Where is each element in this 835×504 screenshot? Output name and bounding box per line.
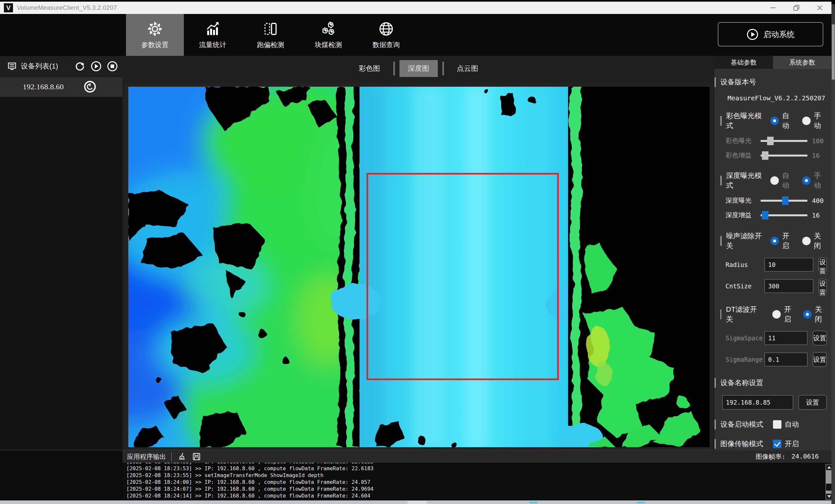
- window-scrollbar[interactable]: [831, 0, 835, 504]
- sigmaspace-field-row: SigmaSpace 设置: [726, 330, 827, 345]
- color-exposure-manual-radio[interactable]: [802, 117, 811, 125]
- save-log-button[interactable]: [191, 452, 202, 461]
- color-exposure-mode-row: 彩色曝光模式 自动 手动: [720, 111, 827, 130]
- device-power-button[interactable]: [83, 80, 97, 93]
- panel-tabs: 基础参数 系统参数: [714, 56, 831, 69]
- restore-button[interactable]: [785, 2, 808, 14]
- depth-image: [128, 87, 710, 447]
- frame-rate-label: 图像帧率:: [756, 452, 786, 461]
- toolbar-item-data-query[interactable]: 数据查询: [357, 14, 415, 56]
- depth-exposure-slider[interactable]: [761, 197, 808, 205]
- device-list-header: 设备列表(1): [0, 56, 122, 77]
- dt-filter-on-label: 开启: [784, 305, 796, 324]
- depth-exposure-slider-row: 深度曝光 400: [726, 196, 827, 205]
- color-exposure-slider[interactable]: [761, 137, 808, 145]
- radius-field-row: Radius 设置: [726, 257, 827, 272]
- tab-basic-params[interactable]: 基础参数: [714, 56, 773, 69]
- slider-handle[interactable]: [762, 211, 769, 220]
- noise-filter-off-radio[interactable]: [802, 237, 811, 245]
- toolbar-item-parameter-settings[interactable]: 参数设置: [126, 14, 184, 56]
- sigmaspace-set-button[interactable]: 设置: [813, 330, 827, 345]
- transfer-mode-row: 图像传输模式 开启: [714, 439, 827, 449]
- dt-filter-on-radio[interactable]: [772, 310, 781, 319]
- main-toolbar: 参数设置 流量统计 跑偏检测: [0, 14, 835, 56]
- log-header: 应用程序输出: [122, 450, 835, 463]
- taskbar-sliver: [0, 500, 835, 504]
- cntsize-input[interactable]: [765, 279, 813, 293]
- close-button[interactable]: [808, 2, 831, 14]
- tab-system-params[interactable]: 系统参数: [773, 56, 831, 69]
- radius-set-button[interactable]: 设置: [818, 257, 827, 272]
- log-title: 应用程序输出: [127, 452, 166, 461]
- refresh-devices-button[interactable]: [74, 61, 85, 72]
- radius-input[interactable]: [765, 258, 813, 271]
- color-exposure-auto-radio[interactable]: [770, 117, 779, 125]
- start-system-label: 启动系统: [763, 29, 795, 40]
- tab-depth-image[interactable]: 深度图: [400, 60, 438, 77]
- device-name-set-button[interactable]: 设置: [798, 395, 827, 410]
- sigmarange-set-button[interactable]: 设置: [813, 352, 827, 367]
- start-mode-checkbox[interactable]: [773, 420, 781, 429]
- clear-log-button[interactable]: [177, 452, 187, 461]
- device-list-item[interactable]: 192.168.8.60: [0, 77, 122, 97]
- window-scrollbar-thumb[interactable]: [832, 24, 835, 80]
- dt-filter-off-radio[interactable]: [803, 310, 812, 319]
- color-gain-slider-row: 彩色增益 16: [726, 151, 827, 160]
- toolbar-item-deviation-detection[interactable]: 跑偏检测: [242, 14, 300, 56]
- device-name-input[interactable]: [722, 395, 793, 409]
- stop-device-button[interactable]: [107, 61, 118, 72]
- toolbar-item-lump-coal-detection[interactable]: 块煤检测: [300, 14, 357, 56]
- slider-handle[interactable]: [762, 151, 769, 160]
- log-line: [2025-02-08 18:23:55] >> setImageTransfe…: [126, 472, 825, 479]
- toolbar-item-label: 流量统计: [199, 40, 226, 49]
- coal-icon: [320, 21, 337, 37]
- sigmarange-input[interactable]: [765, 353, 808, 366]
- tab-color-image[interactable]: 彩色图: [350, 60, 389, 77]
- color-gain-slider[interactable]: [761, 151, 808, 160]
- log-line: [2025-02-08 18:24:14] >> IP: 192.168.8.6…: [126, 492, 825, 499]
- color-exposure-value: 100: [812, 137, 827, 145]
- color-gain-slider-label: 彩色增益: [726, 151, 756, 160]
- power-icon: [84, 81, 96, 93]
- log-output[interactable]: [2025-02-08 18:23:53] >> IP: 192.168.8.6…: [122, 463, 825, 501]
- depth-gain-slider-label: 深度增益: [726, 211, 756, 220]
- cntsize-set-button[interactable]: 设置: [818, 279, 827, 294]
- scrollbar-cap: [831, 0, 835, 4]
- noise-filter-off-label: 关闭: [814, 231, 827, 251]
- log-panel: 应用程序输出: [122, 450, 835, 501]
- content-area: 设备列表(1): [0, 56, 835, 450]
- device-list-actions: [74, 61, 118, 72]
- tab-point-cloud[interactable]: 点云图: [449, 60, 487, 77]
- noise-filter-on-radio[interactable]: [770, 237, 779, 245]
- minimize-button[interactable]: [761, 2, 785, 14]
- arrow-up-icon: [827, 466, 831, 469]
- cntsize-field-row: CntSize 设置: [726, 279, 827, 294]
- toolbar-item-flow-statistics[interactable]: 流量统计: [184, 14, 242, 56]
- depth-exposure-manual-radio[interactable]: [802, 176, 811, 185]
- depth-exposure-manual-label: 手动: [814, 171, 827, 190]
- gear-icon: [147, 21, 163, 37]
- color-exposure-manual-label: 手动: [814, 111, 827, 130]
- device-name-header: 设备名称设置: [714, 378, 831, 388]
- start-device-button[interactable]: [90, 61, 102, 72]
- slider-handle[interactable]: [782, 197, 789, 205]
- tab-separator: [442, 62, 444, 75]
- transfer-mode-checkbox[interactable]: [773, 440, 781, 448]
- device-name-row: 设置: [722, 395, 827, 410]
- taskbar-highlight: [408, 501, 427, 504]
- depth-exposure-mode-row: 深度曝光模式 自动 手动: [720, 171, 827, 190]
- taskbar-indicator: [636, 502, 645, 503]
- sigmarange-label: SigmaRange: [726, 356, 765, 363]
- depth-exposure-value: 400: [812, 197, 827, 205]
- arrow-down-icon: [827, 495, 831, 498]
- depth-gain-slider[interactable]: [761, 211, 808, 220]
- toolbar-item-label: 块煤检测: [315, 40, 342, 49]
- sigmaspace-input[interactable]: [765, 331, 808, 345]
- start-system-button[interactable]: 启动系统: [718, 22, 823, 46]
- color-gain-value: 16: [812, 152, 827, 159]
- device-ip: 192.168.8.60: [23, 82, 83, 91]
- slider-handle[interactable]: [767, 137, 774, 145]
- tab-separator: [393, 62, 395, 75]
- depth-exposure-auto-radio[interactable]: [770, 176, 779, 185]
- play-circle-icon: [747, 28, 758, 40]
